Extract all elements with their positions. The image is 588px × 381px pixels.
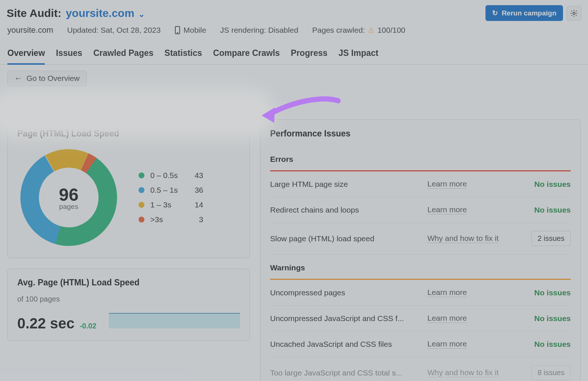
warnings-heading: Warnings [270,254,571,280]
tabs: Overview Issues Crawled Pages Statistics… [0,43,588,65]
issue-name: Uncompressed JavaScript and CSS f... [270,314,427,323]
score-title: Site Performance [7,97,110,111]
errors-heading: Errors [270,146,571,171]
donut-legend: 0 – 0.5s 43 0.5 – 1s 36 1 – 3s 14 >3s 3 [139,171,203,224]
meta-domain: yoursite.com [7,25,53,35]
tab-compare-crawls[interactable]: Compare Crawls [213,43,280,64]
issue-row: Slow page (HTML) load speed Why and how … [270,223,571,254]
settings-button[interactable] [567,6,581,21]
issue-name: Uncached JavaScript and CSS files [270,340,427,349]
learn-more-link[interactable]: Why and how to fix it [427,368,499,377]
go-to-overview-button[interactable]: ← Go to Overview [7,71,87,86]
issue-row: Uncompressed JavaScript and CSS f... Lea… [270,306,571,331]
legend-value: 36 [189,186,203,195]
issue-name: Too large JavaScript and CSS total s... [270,368,427,377]
arrow-left-icon: ← [14,74,22,83]
donut-chart: 96 pages [17,146,120,249]
app-title: Site Audit: [7,7,61,19]
mobile-icon [175,26,180,35]
learn-more-link[interactable]: Learn more [427,205,467,214]
issue-name: Redirect chains and loops [270,206,427,214]
refresh-icon: ↻ [492,9,498,17]
tab-js-impact[interactable]: JS Impact [338,43,379,64]
legend-value: 3 [189,215,203,224]
meta-js: JS rendering: Disabled [220,26,298,35]
legend-dot [139,187,144,193]
score-delta: -1% [220,100,233,108]
issues-title: Performance Issues [270,129,571,139]
rerun-campaign-button[interactable]: ↻ Rerun campaign [485,5,563,21]
legend-label: 0.5 – 1s [150,186,183,195]
meta-crawled-value: 100/100 [377,26,405,35]
crawl-meta-row: yoursite.com Updated: Sat, Oct 28, 2023 … [0,23,588,43]
issue-name: Slow page (HTML) load speed [270,234,427,243]
legend-value: 14 [189,200,203,209]
score-value: 91% [189,97,214,111]
legend-dot [139,202,144,208]
card-performance-issues: Performance Issues Errors Large HTML pag… [260,120,581,381]
meta-device: Mobile [175,26,206,35]
gear-icon [570,9,578,17]
avg-delta: -0.02 [80,322,97,330]
issue-row: Uncached JavaScript and CSS files Learn … [270,331,571,357]
legend-label: >3s [150,215,183,224]
legend-label: 0 – 0.5s [150,171,183,180]
project-domain: yoursite.com [66,7,135,19]
issue-status: No issues [516,314,571,323]
learn-more-link[interactable]: Learn more [427,179,467,189]
learn-more-link[interactable]: Learn more [427,288,467,297]
chevron-down-icon: ⌄ [138,10,145,19]
donut-total: 96 [59,185,78,205]
meta-crawled-label: Pages crawled: [312,26,365,35]
card-load-speed: Page (HTML) Load Speed [7,120,250,258]
learn-more-link[interactable]: Why and how to fix it [427,234,499,243]
avg-title: Avg. Page (HTML) Load Speed [17,278,240,288]
slash: / [113,97,123,111]
meta-device-label: Mobile [183,26,206,35]
learn-more-link[interactable]: Learn more [427,314,467,323]
issue-row: Large HTML page size Learn more No issue… [270,171,571,197]
issue-row: Uncompressed pages Learn more No issues [270,280,571,306]
warning-icon: ⚠ [368,26,374,35]
tab-statistics[interactable]: Statistics [165,43,202,64]
card-load-speed-title: Page (HTML) Load Speed [17,129,240,139]
meta-crawled: Pages crawled: ⚠ 100/100 [312,26,406,35]
project-selector[interactable]: yoursite.com ⌄ [66,7,145,19]
donut-total-label: pages [59,203,78,211]
score-header: Site Performance / Score: 91% -1% [0,89,588,120]
score-ring-icon [171,98,183,111]
legend-value: 43 [189,171,203,180]
issue-row: Redirect chains and loops Learn more No … [270,197,571,223]
legend-label: 1 – 3s [150,200,183,209]
tab-issues[interactable]: Issues [56,43,82,64]
legend-dot [139,172,144,178]
score-label: Score: [126,97,165,111]
avg-subtitle: of 100 pages [17,295,240,303]
issue-count-badge[interactable]: 8 issues [531,365,571,380]
svg-point-0 [573,12,575,14]
issue-row: Too large JavaScript and CSS total s... … [270,357,571,381]
tab-crawled-pages[interactable]: Crawled Pages [93,43,154,64]
legend-dot [139,217,144,222]
issue-status: No issues [516,206,571,214]
issue-status: No issues [516,288,571,297]
issue-status: No issues [516,340,571,349]
meta-updated: Updated: Sat, Oct 28, 2023 [67,26,161,35]
page-header: Site Audit: yoursite.com ⌄ ↻ Rerun campa… [0,0,588,23]
back-label: Go to Overview [26,74,80,83]
issue-status: No issues [516,180,571,189]
issue-name: Uncompressed pages [270,288,427,297]
tab-overview[interactable]: Overview [7,43,45,65]
avg-sparkline [109,313,240,328]
rerun-label: Rerun campaign [502,9,556,17]
avg-value: 0.22 sec [17,315,75,332]
learn-more-link[interactable]: Learn more [427,339,467,349]
card-avg-load-speed: Avg. Page (HTML) Load Speed of 100 pages… [7,268,250,341]
tab-progress[interactable]: Progress [291,43,327,64]
issue-name: Large HTML page size [270,180,427,189]
issue-count-badge[interactable]: 2 issues [531,231,571,246]
